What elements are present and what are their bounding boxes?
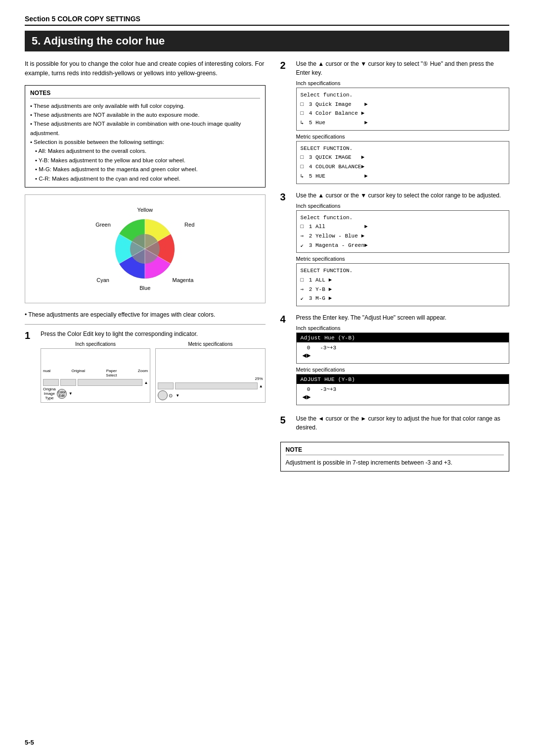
- step-1-number: 1: [25, 330, 36, 341]
- step4-inch-arrows: ◄►: [301, 351, 505, 361]
- s3-screen-item: □ 1 All ►: [301, 222, 505, 232]
- note-item: These adjustments are NOT available in t…: [30, 110, 260, 119]
- step4-metric-label: Metric specifications: [296, 367, 509, 373]
- step2-inch-screen: Select function. □ 3 Quick Image ► □ 4 C…: [296, 88, 509, 131]
- screen-item: □ 3 Quick Image ►: [301, 100, 505, 109]
- note-title: NOTE: [286, 446, 504, 455]
- step4-inch-body: 0 -3~+3 ◄►: [297, 342, 509, 363]
- step-5-text: Use the ◄ cursor or the ► cursor key to …: [296, 414, 509, 432]
- panel-inch-label: Inch specifications: [41, 341, 150, 347]
- step-2-text: Use the ▲ cursor or the ▼ cursor key to …: [296, 59, 509, 77]
- s3-metric-item-selected: ⇒ 2 Y-B ►: [301, 285, 505, 294]
- color-wheel-svg: [110, 214, 179, 284]
- step3-metric-screen: SELECT FUNCTION. □ 1 All ► ⇒ 2 Y-B ► ↙ 3…: [296, 263, 509, 306]
- step-4: 4 Press the Enter key. The "Adjust Hue" …: [280, 313, 509, 407]
- screen-item-selected: ↳ 5 Hue ►: [301, 118, 505, 128]
- s3-metric-item: ↙ 3 M-G ►: [301, 294, 505, 303]
- s3-metric-line1: SELECT FUNCTION.: [301, 266, 505, 276]
- step-2: 2 Use the ▲ cursor or the ▼ cursor key t…: [280, 59, 509, 184]
- step4-inch-value: 0 -3~+3: [301, 345, 505, 351]
- panel-diagram: Inch specifications nualOriginalPaperSel…: [41, 341, 266, 403]
- step-2-number: 2: [280, 59, 291, 71]
- note-item: These adjustments are NOT available in c…: [30, 119, 260, 138]
- step4-metric-arrows: ◄►: [301, 392, 505, 402]
- step-3: 3 Use the ▲ cursor or the ▼ cursor key t…: [280, 191, 509, 307]
- page-number: 5-5: [25, 739, 34, 746]
- label-blue: Blue: [139, 285, 150, 291]
- section-header: Section 5 COLOR COPY SETTINGS: [25, 15, 509, 26]
- s3-screen-item-selected: ⇒ 2 Yellow - Blue ►: [301, 232, 505, 241]
- screen-item: □ 4 Color Balance ►: [301, 109, 505, 118]
- step2-metric-screen: SELECT FUNCTION. □ 3 QUICK IMAGE ► □ 4 C…: [296, 141, 509, 184]
- label-cyan: Cyan: [96, 277, 109, 283]
- panel-metric: 25% ▲ ⊙ ▼: [155, 348, 265, 403]
- intro-text: It is possible for you to change the col…: [25, 59, 266, 78]
- screen-item-metric: □ 3 QUICK IMAGE ►: [301, 153, 505, 162]
- step2-metric-label: Metric specifications: [296, 134, 509, 140]
- step4-inch-label: Inch specifications: [296, 325, 509, 331]
- note-item: Selection is possible between the follow…: [30, 138, 260, 146]
- s3-screen-line1: Select function.: [301, 213, 505, 223]
- notes-list: These adjustments are only available wit…: [30, 101, 260, 184]
- page-title: 5. Adjusting the color hue: [25, 31, 509, 51]
- step-1: 1 Press the Color Edit key to light the …: [25, 330, 266, 403]
- step-3-number: 3: [280, 191, 291, 203]
- step4-metric-title: ADJUST HUE (Y-B): [297, 375, 509, 384]
- after-wheel-text: • These adjustments are especially effec…: [25, 310, 266, 319]
- color-wheel-container: Yellow Red Magenta Blue Cyan Green: [25, 194, 266, 303]
- label-yellow: Yellow: [137, 207, 153, 213]
- label-magenta: Magenta: [172, 277, 193, 283]
- s3-screen-item: ↙ 3 Magenta - Green►: [301, 241, 505, 250]
- step-4-text: Press the Enter key. The "Adjust Hue" sc…: [296, 313, 509, 322]
- screen-item-metric: □ 4 COLOUR BALANCE►: [301, 162, 505, 172]
- label-red: Red: [184, 222, 194, 228]
- step4-metric-adjust-box: ADJUST HUE (Y-B) 0 -3~+3 ◄►: [296, 374, 509, 405]
- step4-metric-value: 0 -3~+3: [301, 386, 505, 392]
- note-box: NOTE Adjustment is possible in 7-step in…: [280, 442, 509, 472]
- step3-metric-label: Metric specifications: [296, 256, 509, 262]
- s3-metric-item: □ 1 All ►: [301, 276, 505, 285]
- step-5-number: 5: [280, 414, 291, 426]
- panel-metric-label: Metric specifications: [155, 341, 265, 347]
- note-item: C-R: Makes adjustment to the cyan and re…: [30, 174, 260, 183]
- note-item: Y-B: Makes adjustment to the yellow and …: [30, 156, 260, 165]
- step4-metric-body: 0 -3~+3 ◄►: [297, 384, 509, 405]
- note-text: Adjustment is possible in 7-step increme…: [286, 458, 504, 467]
- step2-inch-label: Inch specifications: [296, 80, 509, 86]
- screen-line1: Select function.: [301, 91, 505, 100]
- step4-inch-title: Adjust Hue (Y-B): [297, 333, 509, 342]
- step-4-number: 4: [280, 313, 291, 325]
- notes-title: NOTES: [30, 90, 260, 98]
- screen-line1-metric: SELECT FUNCTION.: [301, 144, 505, 153]
- step3-inch-label: Inch specifications: [296, 203, 509, 209]
- panel-inch: nualOriginalPaperSelectZoom ▲ OriginaIma…: [41, 348, 150, 403]
- note-item: All: Makes adjustment to the overall col…: [30, 146, 260, 155]
- label-green: Green: [95, 222, 111, 228]
- step4-inch-adjust-box: Adjust Hue (Y-B) 0 -3~+3 ◄►: [296, 332, 509, 364]
- note-item: These adjustments are only available wit…: [30, 101, 260, 110]
- color-wheel-wrap: Yellow Red Magenta Blue Cyan Green: [95, 207, 194, 291]
- screen-item-metric-selected: ↳ 5 HUE ►: [301, 172, 505, 181]
- step-1-text: Press the Color Edit key to light the co…: [41, 330, 266, 338]
- notes-box: NOTES These adjustments are only availab…: [25, 85, 266, 188]
- step-3-text: Use the ▲ cursor or the ▼ cursor key to …: [296, 191, 509, 200]
- step3-inch-screen: Select function. □ 1 All ► ⇒ 2 Yellow - …: [296, 210, 509, 253]
- note-item: M-G: Makes adjustment to the magenta and…: [30, 165, 260, 174]
- step-5: 5 Use the ◄ cursor or the ► cursor key t…: [280, 414, 509, 435]
